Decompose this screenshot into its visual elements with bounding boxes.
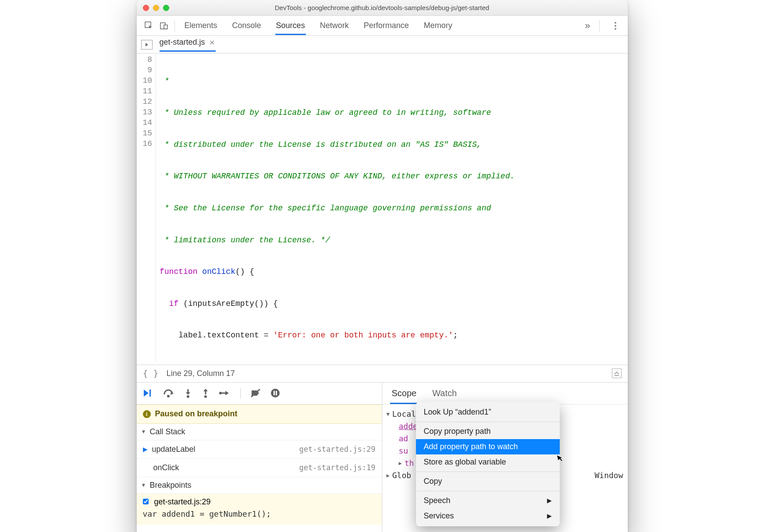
editor-statusbar: { } Line 29, Column 17 [137,365,628,383]
scope-watch-pane: Scope Watch ▼ Local addend1 ad su ▶ [382,383,628,532]
info-icon: i [143,410,151,418]
main-toolbar: Elements Console Sources Network Perform… [137,16,628,36]
tab-elements[interactable]: Elements [185,17,217,35]
breakpoint-checkbox[interactable] [143,499,149,504]
svg-point-12 [204,395,207,398]
tab-performance[interactable]: Performance [364,17,409,35]
context-menu: Look Up “addend1” Copy property path Add… [416,402,560,526]
svg-point-5 [615,28,616,30]
step-button[interactable] [219,388,231,398]
svg-point-17 [271,389,280,397]
breakpoint-item[interactable]: get-started.js:29 var addend1 = getNumbe… [137,494,382,525]
pretty-print-icon[interactable]: { } [143,368,159,379]
disclosure-triangle-icon: ▼ [141,482,146,488]
disclosure-triangle-icon: ▼ [141,429,146,435]
tab-network[interactable]: Network [320,17,349,35]
line-gutter: 8910111213141516 [137,54,156,362]
svg-point-14 [219,392,222,394]
expand-editor-icon[interactable] [612,369,622,378]
disclosure-triangle-icon: ▶ [399,460,402,466]
cursor-position: Line 29, Column 17 [167,369,235,378]
svg-point-3 [615,22,616,24]
tab-console[interactable]: Console [232,17,261,35]
breakpoints-header[interactable]: ▼ Breakpoints [137,477,382,494]
titlebar: DevTools - googlechrome.github.io/devtoo… [137,0,628,16]
menu-store-as-global[interactable]: Store as global variable [416,454,560,470]
debug-controls [137,383,382,404]
more-tabs-icon[interactable]: » [585,20,590,32]
svg-point-4 [615,25,616,27]
inspect-element-icon[interactable] [142,19,156,33]
menu-add-property-to-watch[interactable]: Add property path to watch [416,439,560,454]
tab-memory[interactable]: Memory [424,17,452,35]
panel-tabs: Elements Console Sources Network Perform… [185,17,452,35]
device-toolbar-icon[interactable] [157,19,171,33]
devtools-window: DevTools - googlechrome.github.io/devtoo… [137,0,628,532]
minimize-window-button[interactable] [153,5,159,11]
file-tab-get-started[interactable]: get-started.js [160,38,216,51]
disclosure-triangle-icon: ▼ [387,411,390,417]
menu-copy[interactable]: Copy [416,474,560,489]
submenu-chevron-icon: ▶ [547,497,552,504]
window-title: DevTools - googlechrome.github.io/devtoo… [137,4,628,11]
current-frame-icon: ▶ [143,446,148,453]
pause-on-exceptions-button[interactable] [270,388,280,398]
menu-services[interactable]: Services▶ [416,508,560,524]
debugger-sidebar: i Paused on breakpoint ▼ Call Stack ▶ up… [137,383,382,532]
disclosure-triangle-icon: ▶ [387,472,390,479]
close-tab-icon[interactable] [209,39,216,46]
step-out-button[interactable] [202,388,210,398]
callstack-frame[interactable]: onClick get-started.js:19 [137,459,382,477]
file-tab-bar: get-started.js [137,36,628,53]
step-over-button[interactable] [163,388,174,398]
file-tab-label: get-started.js [160,38,205,47]
show-navigator-icon[interactable] [141,40,153,50]
code-editor[interactable]: 8910111213141516 * * Unless required by … [137,53,628,365]
code-content: * * Unless required by applicable law or… [156,54,515,362]
scope-watch-tabs: Scope Watch [382,383,628,404]
deactivate-breakpoints-button[interactable] [250,388,261,398]
svg-point-8 [167,395,170,397]
step-into-button[interactable] [184,388,192,398]
callstack-frame[interactable]: ▶ updateLabel get-started.js:29 [137,440,382,459]
tab-watch[interactable]: Watch [432,383,457,404]
svg-rect-2 [164,25,167,29]
traffic-lights [143,5,169,11]
svg-rect-7 [149,390,151,397]
callstack-header[interactable]: ▼ Call Stack [137,424,382,440]
kebab-menu-icon[interactable] [608,19,622,33]
paused-banner: i Paused on breakpoint [137,404,382,424]
menu-copy-property-path[interactable]: Copy property path [416,424,560,439]
svg-rect-18 [274,391,275,395]
svg-point-10 [187,395,189,398]
menu-speech[interactable]: Speech▶ [416,493,560,508]
tab-scope[interactable]: Scope [392,383,417,404]
submenu-chevron-icon: ▶ [547,512,552,519]
zoom-window-button[interactable] [163,5,169,11]
svg-rect-19 [276,391,277,395]
menu-lookup[interactable]: Look Up “addend1” [416,404,560,420]
resume-button[interactable] [143,388,153,398]
tab-sources[interactable]: Sources [276,17,305,35]
close-window-button[interactable] [143,5,149,11]
